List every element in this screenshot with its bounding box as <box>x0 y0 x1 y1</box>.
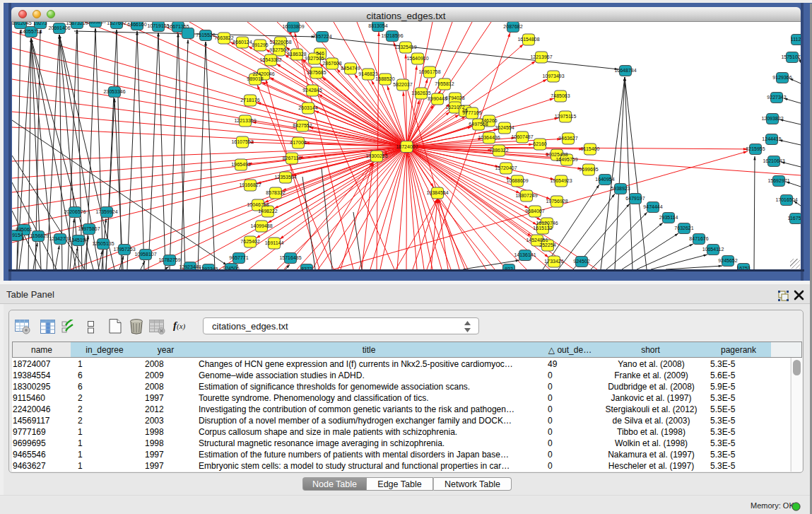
svg-text:16154808: 16154808 <box>517 37 539 42</box>
svg-text:10607487: 10607487 <box>511 134 533 139</box>
svg-text:19384554: 19384554 <box>426 190 448 195</box>
svg-text:2603144: 2603144 <box>298 105 317 110</box>
svg-text:20206576: 20206576 <box>64 209 86 214</box>
svg-text:53226058: 53226058 <box>269 40 291 45</box>
svg-text:62160: 62160 <box>533 141 547 146</box>
svg-text:12093822: 12093822 <box>761 116 783 121</box>
svg-text:1527602: 1527602 <box>107 22 126 25</box>
svg-text:19756928: 19756928 <box>546 199 567 204</box>
svg-text:20691406: 20691406 <box>48 25 70 30</box>
svg-text:1362635: 1362635 <box>411 90 430 95</box>
svg-text:7485063: 7485063 <box>551 93 570 98</box>
svg-text:11123: 11123 <box>791 37 801 42</box>
svg-text:9115460: 9115460 <box>581 146 600 151</box>
svg-text:10958107: 10958107 <box>134 252 156 257</box>
svg-text:9327505: 9327505 <box>305 56 324 61</box>
svg-text:6479197: 6479197 <box>625 196 645 201</box>
svg-text:8454749: 8454749 <box>341 66 360 71</box>
svg-text:5938923: 5938923 <box>611 186 630 191</box>
svg-text:7663822: 7663822 <box>214 35 233 40</box>
svg-text:12213967: 12213967 <box>530 54 552 59</box>
svg-text:16107552: 16107552 <box>231 139 253 144</box>
svg-text:16033809: 16033809 <box>282 24 304 29</box>
svg-text:8471676: 8471676 <box>689 236 708 241</box>
svg-text:924502: 924502 <box>573 259 589 264</box>
svg-text:1691144: 1691144 <box>265 240 284 245</box>
svg-text:16671355: 16671355 <box>167 24 189 29</box>
svg-text:39154: 39154 <box>12 233 23 238</box>
svg-text:9463627: 9463627 <box>558 136 577 141</box>
svg-text:891295: 891295 <box>252 42 268 47</box>
svg-text:12213369: 12213369 <box>234 118 256 123</box>
svg-text:15720407: 15720407 <box>495 165 517 170</box>
svg-text:10719155: 10719155 <box>147 23 169 28</box>
svg-text:2867608: 2867608 <box>322 61 341 66</box>
svg-text:7955812: 7955812 <box>435 81 454 86</box>
svg-text:3875685: 3875685 <box>307 70 326 75</box>
svg-text:9245652: 9245652 <box>718 258 737 263</box>
svg-text:1640954: 1640954 <box>595 177 614 182</box>
svg-text:14099488: 14099488 <box>250 223 272 228</box>
svg-text:7857224: 7857224 <box>312 34 331 39</box>
svg-text:13325419: 13325419 <box>394 45 416 49</box>
svg-text:12975115: 12975115 <box>555 114 577 119</box>
svg-text:1588520: 1588520 <box>375 76 394 81</box>
svg-text:8660124: 8660124 <box>233 40 252 45</box>
svg-text:10653257: 10653257 <box>84 22 106 24</box>
svg-text:15640910: 15640910 <box>406 56 428 61</box>
svg-text:12342737: 12342737 <box>49 236 71 241</box>
svg-text:16543382: 16543382 <box>259 57 281 62</box>
svg-text:12923448: 12923448 <box>179 264 201 269</box>
svg-text:16495759: 16495759 <box>555 157 577 162</box>
svg-text:746266: 746266 <box>481 118 497 123</box>
svg-text:6794028: 6794028 <box>445 95 464 100</box>
svg-text:16961758: 16961758 <box>418 69 440 74</box>
svg-text:19166827: 19166827 <box>239 182 261 187</box>
svg-text:12505135: 12505135 <box>92 241 114 246</box>
svg-text:12353594: 12353594 <box>274 175 296 180</box>
svg-text:8215955: 8215955 <box>746 146 765 151</box>
svg-text:19273: 19273 <box>33 22 47 25</box>
svg-text:417004: 417004 <box>290 140 306 145</box>
svg-text:7632621: 7632621 <box>674 226 693 230</box>
svg-text:2718176: 2718176 <box>240 98 259 103</box>
svg-text:9474444: 9474444 <box>643 204 662 209</box>
svg-text:989018: 989018 <box>247 76 263 81</box>
svg-text:7625402: 7625402 <box>240 239 259 244</box>
svg-text:18807249: 18807249 <box>515 193 537 198</box>
svg-text:15692971: 15692971 <box>767 178 789 183</box>
svg-text:1733426: 1733426 <box>544 259 563 264</box>
svg-text:8267110: 8267110 <box>283 156 302 160</box>
svg-text:17957253: 17957253 <box>113 247 135 252</box>
svg-text:9699695: 9699695 <box>579 167 598 172</box>
svg-text:17016504: 17016504 <box>775 197 797 202</box>
svg-text:16120746: 16120746 <box>536 221 558 226</box>
svg-text:23053346: 23053346 <box>103 89 125 94</box>
svg-text:8578332: 8578332 <box>266 190 285 195</box>
svg-text:19218596: 19218596 <box>381 33 403 38</box>
svg-text:9242845: 9242845 <box>302 88 322 93</box>
svg-text:9146821: 9146821 <box>358 71 377 76</box>
svg-text:16210643: 16210643 <box>763 158 784 163</box>
svg-text:10973493: 10973493 <box>542 74 564 78</box>
svg-text:9777169: 9777169 <box>462 110 481 115</box>
svg-text:10654112: 10654112 <box>702 247 724 252</box>
svg-text:252254: 252254 <box>539 243 555 247</box>
svg-text:1498222: 1498222 <box>258 209 277 214</box>
svg-text:14136141: 14136141 <box>514 252 536 257</box>
svg-text:22420046: 22420046 <box>252 71 274 76</box>
svg-text:2087682: 2087682 <box>503 24 522 29</box>
svg-text:14524851: 14524851 <box>526 238 548 243</box>
svg-text:3624554: 3624554 <box>495 125 514 130</box>
svg-text:9327500: 9327500 <box>269 47 288 52</box>
svg-text:11156829: 11156829 <box>28 233 49 238</box>
svg-text:10364436: 10364436 <box>478 135 500 140</box>
svg-text:16648784: 16648784 <box>614 68 636 73</box>
svg-text:19654923: 19654923 <box>550 178 572 183</box>
svg-text:835061: 835061 <box>16 227 32 232</box>
svg-text:15716485: 15716485 <box>279 255 301 260</box>
svg-text:10688609: 10688609 <box>506 178 528 183</box>
svg-text:9657771: 9657771 <box>229 255 248 260</box>
svg-text:8813054: 8813054 <box>368 23 387 28</box>
svg-text:6466160: 6466160 <box>127 22 146 27</box>
